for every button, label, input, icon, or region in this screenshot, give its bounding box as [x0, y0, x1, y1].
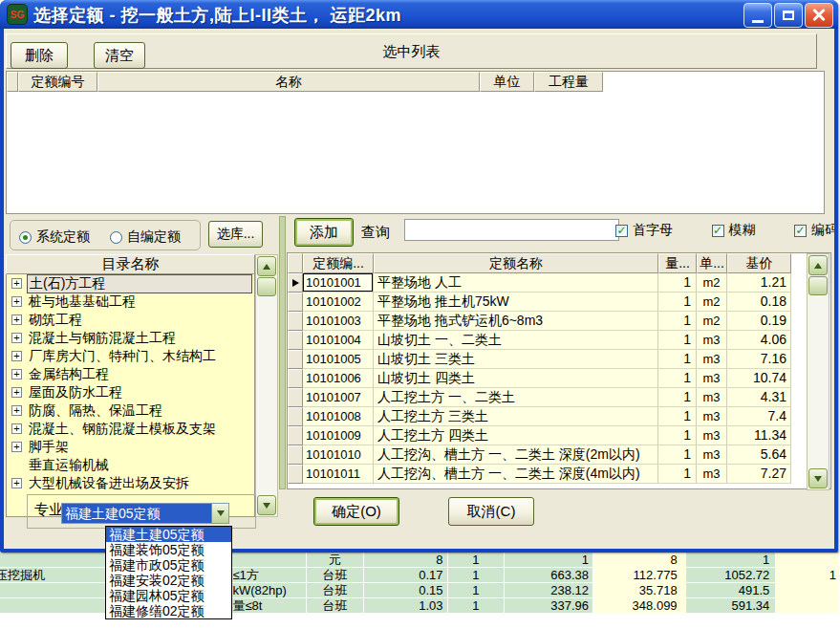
radio-system-quota[interactable]: 系统定额 — [19, 228, 90, 246]
quota-header-price[interactable]: 基价 — [727, 253, 791, 273]
specialty-option[interactable]: 福建修缮02定额 — [106, 603, 231, 618]
tree-item[interactable]: 屋面及防水工程 — [7, 383, 254, 401]
specialty-option[interactable]: 福建土建05定额 — [106, 527, 231, 542]
filter-checkbox[interactable]: ✓ 首字母 — [615, 222, 673, 239]
tree-item[interactable]: 厂库房大门、特种门、木结构工 — [7, 347, 254, 365]
scroll-down-button[interactable] — [808, 468, 828, 488]
quota-code-cell[interactable]: 10101008 — [303, 407, 374, 426]
filter-checkbox[interactable]: ✓ 模糊 — [712, 222, 756, 239]
quota-table-row[interactable]: 10101006 山坡切土 四类土 1 m3 10.74 — [288, 369, 807, 388]
row-selector[interactable] — [288, 465, 303, 484]
tree-item[interactable]: 混凝土与钢筋混凝土工程 — [7, 329, 254, 347]
row-selector[interactable] — [288, 350, 303, 369]
select-library-button[interactable]: 选库... — [208, 221, 263, 248]
tree-item[interactable]: 砌筑工程 — [7, 311, 254, 329]
radio-custom-quota[interactable]: 自编定额 — [110, 228, 181, 246]
quota-table-row[interactable]: 10101007 人工挖土方 一、二类土 1 m3 4.31 — [288, 388, 807, 407]
row-selector[interactable] — [288, 369, 303, 388]
tree-item[interactable]: 金属结构工程 — [7, 365, 254, 383]
quota-header-unit[interactable]: 单... — [697, 253, 727, 273]
selected-header-code[interactable]: 定额编号 — [18, 72, 97, 92]
clear-button[interactable]: 清空 — [94, 42, 145, 69]
expand-plus-icon[interactable] — [11, 278, 22, 289]
row-selector[interactable] — [288, 388, 303, 407]
tree-item[interactable]: 桩与地基基础工程 — [7, 293, 254, 311]
tree-item[interactable]: 垂直运输机械 — [7, 456, 254, 474]
filter-checkbox[interactable]: ✓ 编码 — [794, 222, 834, 239]
quota-code-cell[interactable]: 10101007 — [303, 388, 374, 407]
tree-item[interactable]: 大型机械设备进出场及安拆 — [7, 474, 254, 492]
selected-header-name[interactable]: 名称 — [97, 72, 480, 92]
expand-plus-icon[interactable] — [11, 478, 22, 488]
quota-header-code[interactable]: 定额编... — [303, 253, 374, 273]
specialty-option[interactable]: 福建装饰05定额 — [106, 542, 231, 557]
row-selector[interactable] — [288, 312, 303, 331]
quota-table-row[interactable]: 10101001 平整场地 人工 1 m2 1.21 — [288, 273, 807, 293]
quota-code-cell[interactable]: 10101010 — [303, 445, 374, 465]
quota-table-row[interactable]: 10101008 人工挖土方 三类土 1 m3 7.4 — [288, 407, 807, 426]
specialty-option[interactable]: 福建市政05定额 — [106, 557, 231, 573]
row-selector[interactable] — [288, 426, 303, 445]
scroll-up-button[interactable] — [808, 255, 828, 275]
selected-header-qty[interactable]: 工程量 — [534, 72, 603, 92]
scroll-up-button[interactable] — [257, 256, 276, 276]
expand-plus-icon[interactable] — [11, 333, 22, 343]
tree-scrollbar[interactable] — [255, 254, 278, 517]
quota-code-cell[interactable]: 10101011 — [303, 465, 374, 484]
tree-item[interactable]: 防腐、隔热、保温工程 — [7, 401, 254, 420]
expand-plus-icon[interactable] — [11, 387, 22, 398]
quota-table-row[interactable]: 10101009 人工挖土方 四类土 1 m3 11.34 — [288, 426, 807, 445]
quota-code-cell[interactable]: 10101004 — [303, 331, 374, 350]
panel-splitter[interactable] — [279, 216, 286, 489]
scrollbar-thumb[interactable] — [257, 277, 276, 296]
quota-code-cell[interactable]: 10101001 — [303, 273, 374, 293]
tree-item[interactable]: 土(石)方工程 — [7, 274, 254, 293]
combo-dropdown-button[interactable] — [211, 504, 228, 523]
quota-code-cell[interactable]: 10101006 — [303, 369, 374, 388]
row-selector[interactable] — [288, 331, 303, 350]
quota-code-cell[interactable]: 10101009 — [303, 426, 374, 445]
scroll-down-button[interactable] — [257, 495, 276, 515]
maximize-button[interactable] — [774, 3, 803, 28]
expand-plus-icon[interactable] — [11, 423, 22, 434]
cancel-button[interactable]: 取消(C) — [448, 497, 534, 526]
tree-header[interactable]: 目录名称 — [6, 254, 255, 274]
quota-table-row[interactable]: 10101004 山坡切土 一、二类土 1 m3 4.06 — [288, 331, 807, 350]
add-button[interactable]: 添加 — [294, 218, 354, 247]
quota-code-cell[interactable]: 10101002 — [303, 293, 374, 312]
specialty-selected-value[interactable]: 福建土建05定额 — [62, 504, 211, 523]
quota-code-cell[interactable]: 10101005 — [303, 350, 374, 369]
row-selector[interactable] — [288, 407, 303, 426]
ok-button[interactable]: 确定(O) — [313, 497, 399, 526]
tree-item[interactable]: 脚手架 — [7, 438, 254, 456]
expand-plus-icon[interactable] — [11, 442, 22, 452]
tree-item[interactable]: 混凝土、钢筋混凝土模板及支架 — [7, 420, 254, 438]
expand-plus-icon[interactable] — [11, 351, 22, 361]
row-selector[interactable] — [288, 273, 303, 293]
selected-header-unit[interactable]: 单位 — [480, 72, 534, 92]
expand-plus-icon[interactable] — [11, 296, 22, 307]
quota-table-row[interactable]: 10101003 平整场地 拖式铲运机6~8m3 1 m2 0.19 — [288, 312, 807, 331]
row-selector[interactable] — [288, 293, 303, 312]
expand-plus-icon[interactable] — [11, 314, 22, 325]
quota-header-name[interactable]: 定额名称 — [374, 253, 658, 273]
specialty-option[interactable]: 福建安装02定额 — [106, 573, 231, 588]
row-selector[interactable] — [288, 445, 303, 465]
quota-table-row[interactable]: 10101010 人工挖沟、槽土方 一、二类土 深度(2m以内) 1 m3 5.… — [288, 445, 807, 465]
specialty-option[interactable]: 福建园林05定额 — [106, 588, 231, 603]
quota-table-row[interactable]: 10101005 山坡切土 三类土 1 m3 7.16 — [288, 350, 807, 369]
quota-header-qty[interactable]: 量... — [658, 253, 697, 273]
quota-table-row[interactable]: 10101002 平整场地 推土机75kW 1 m2 0.18 — [288, 293, 807, 312]
specialty-combobox[interactable]: 福建土建05定额 — [61, 503, 229, 524]
quota-table-row[interactable]: 10101011 人工挖沟、槽土方 一、二类土 深度(4m以内) 1 m3 7.… — [288, 465, 807, 484]
close-button[interactable] — [805, 3, 833, 28]
quota-scrollbar[interactable] — [807, 253, 829, 490]
title-bar[interactable]: SG 选择定额 - 挖一般土方,陆上I-II类土， 运距2km — [0, 0, 838, 29]
minimize-button[interactable] — [743, 3, 772, 28]
expand-plus-icon[interactable] — [11, 369, 22, 380]
quota-code-cell[interactable]: 10101003 — [303, 312, 374, 331]
delete-button[interactable]: 删除 — [11, 42, 68, 69]
query-input[interactable] — [404, 219, 619, 241]
scrollbar-thumb[interactable] — [808, 276, 828, 295]
expand-plus-icon[interactable] — [11, 405, 22, 416]
